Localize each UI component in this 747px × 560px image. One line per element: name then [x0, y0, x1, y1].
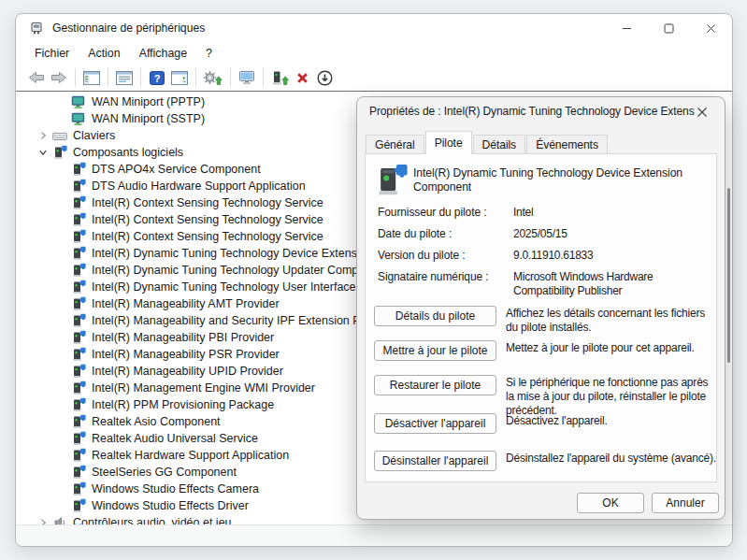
minimize-icon — [622, 23, 632, 34]
device-label: WAN Miniport (SSTP) — [92, 112, 205, 125]
ok-button[interactable]: OK — [577, 493, 644, 513]
network-icon — [71, 94, 86, 109]
window-controls — [606, 14, 732, 42]
field-value: Intel — [513, 206, 717, 220]
titlebar[interactable]: Gestionnaire de périphériques — [16, 14, 732, 42]
roll-back-driver-button[interactable]: Restaurer le pilote — [374, 375, 496, 395]
expander-collapsed-icon[interactable] — [38, 129, 52, 142]
expander-expanded-icon[interactable] — [38, 146, 52, 159]
show-action-pane-icon[interactable] — [168, 66, 191, 89]
device-label: Intel(R) Manageability PBI Provider — [92, 331, 274, 344]
menu-affichage[interactable]: Affichage — [130, 44, 196, 63]
component-icon — [71, 347, 86, 362]
tab-pilote[interactable]: Pilote — [425, 131, 472, 154]
component-icon — [71, 179, 86, 194]
driver-field: Signataire numérique :Microsoft Windows … — [378, 270, 717, 298]
component-icon — [52, 145, 67, 160]
component-icon — [71, 381, 86, 395]
window-title: Gestionnaire de périphériques — [52, 22, 205, 35]
driver-field: Version du pilote :9.0.11910.61833 — [378, 249, 717, 263]
tab-general[interactable]: Général — [366, 135, 424, 153]
device-label: Windows Studio Effects Camera — [92, 482, 259, 495]
component-icon — [71, 330, 86, 345]
device-icon — [376, 163, 408, 196]
field-value: 9.0.11910.61833 — [513, 249, 717, 263]
help-icon[interactable]: ? — [146, 66, 168, 89]
keyboard-icon — [52, 128, 67, 143]
device-label: Realtek Hardware Support Application — [92, 449, 289, 462]
vertical-scrollbar[interactable] — [727, 188, 730, 363]
back-icon[interactable] — [25, 66, 48, 89]
tab-evenements[interactable]: Événements — [526, 135, 608, 153]
minimize-button[interactable] — [606, 14, 648, 42]
component-icon — [71, 481, 86, 496]
field-label: Version du pilote : — [378, 249, 513, 263]
device-label: Intel(R) Dynamic Tuning Technology Devic… — [92, 247, 373, 260]
disable-device-icon[interactable] — [313, 66, 336, 89]
menubar: FichierActionAffichage? — [16, 42, 732, 65]
component-icon — [71, 212, 86, 227]
driver-tab-page: Intel(R) Dynamic Tuning Technology Devic… — [365, 153, 717, 482]
component-icon — [71, 313, 86, 328]
dialog-close-button[interactable] — [688, 102, 716, 122]
field-label: Signataire numérique : — [378, 270, 513, 298]
disable-device-button[interactable]: Désactiver l'appareil — [374, 413, 496, 434]
update-driver-icon[interactable] — [268, 66, 291, 89]
device-label: DTS Audio Hardware Support Application — [92, 179, 306, 193]
driver-details-button[interactable]: Détails du pilote — [374, 306, 496, 326]
device-label: Intel(R) Manageability PSR Provider — [92, 348, 280, 361]
maximize-button[interactable] — [648, 14, 690, 42]
menu-action[interactable]: Action — [79, 44, 129, 63]
toolbar: ? — [16, 65, 732, 91]
toolbar-separator — [263, 68, 264, 87]
properties-icon[interactable] — [113, 66, 136, 89]
component-icon — [71, 296, 86, 311]
tab-details[interactable]: Détails — [473, 135, 526, 153]
dialog-title: Propriétés de : Intel(R) Dynamic Tuning … — [369, 105, 695, 118]
device-label: Intel(R) Context Sensing Technology Serv… — [92, 196, 323, 209]
maximize-icon — [664, 23, 674, 34]
statusbar — [16, 524, 732, 546]
uninstall-device-icon[interactable] — [291, 66, 313, 89]
component-icon — [71, 414, 86, 429]
device-label: Intel(R) PPM Provisioning Package — [92, 398, 274, 411]
show-console-tree-icon[interactable] — [80, 66, 103, 89]
device-label: Intel(R) Context Sensing Technology Serv… — [92, 213, 323, 226]
action-description: Affichez les détails concernant les fich… — [506, 306, 716, 335]
component-icon — [71, 498, 86, 513]
driver-field: Date du pilote :2025/05/15 — [378, 227, 717, 241]
toolbar-separator — [75, 68, 76, 87]
component-icon — [71, 431, 86, 446]
device-label: Intel(R) Manageability AMT Provider — [92, 297, 280, 310]
menu-fichier[interactable]: Fichier — [25, 44, 79, 63]
uninstall-device-button[interactable]: Désinstaller l'appareil — [374, 451, 496, 471]
action-description: Si le périphérique ne fonctionne pas apr… — [506, 375, 716, 418]
close-button[interactable] — [690, 14, 732, 42]
forward-icon[interactable] — [48, 66, 70, 89]
field-label: Date du pilote : — [378, 227, 513, 241]
component-icon — [71, 364, 86, 379]
dialog-footer: OK Annuler — [577, 493, 719, 513]
device-label: DTS APO4x Service Component — [92, 163, 261, 176]
field-value: 2025/05/15 — [513, 227, 717, 241]
scan-hardware-changes-icon[interactable] — [201, 66, 225, 89]
menu-aide[interactable]: ? — [196, 44, 222, 63]
field-label: Fournisseur du pilote : — [378, 206, 513, 220]
component-icon — [71, 263, 86, 278]
driver-action-row: Désactiver l'appareilDésactivez l'appare… — [374, 413, 716, 434]
update-driver-button[interactable]: Mettre à jour le pilote — [374, 340, 496, 361]
driver-action-row: Mettre à jour le piloteMettez à jour le … — [374, 340, 716, 361]
cancel-button[interactable]: Annuler — [652, 493, 719, 513]
device-name: Intel(R) Dynamic Tuning Technology Devic… — [413, 166, 712, 194]
properties-dialog: Propriétés de : Intel(R) Dynamic Tuning … — [356, 96, 725, 520]
remote-computer-icon[interactable] — [236, 66, 258, 89]
action-description: Mettez à jour le pilote pour cet apparei… — [506, 340, 716, 355]
dialog-titlebar[interactable]: Propriétés de : Intel(R) Dynamic Tuning … — [357, 97, 725, 125]
component-icon — [71, 162, 86, 177]
device-manager-icon — [29, 21, 44, 36]
device-label: Intel(R) Context Sensing Technology Serv… — [92, 230, 323, 243]
toolbar-separator — [108, 68, 108, 87]
device-label: WAN Miniport (PPTP) — [92, 95, 205, 108]
device-label: Intel(R) Dynamic Tuning Technology User … — [92, 280, 373, 294]
close-icon — [706, 23, 716, 34]
